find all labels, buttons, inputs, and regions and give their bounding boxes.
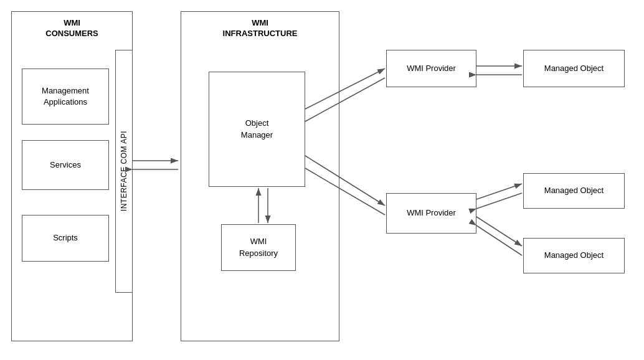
managed-object-1-box: Managed Object	[523, 50, 625, 87]
wmi-repository-box: WMI Repository	[221, 224, 296, 271]
managed-object-2-label: Managed Object	[544, 185, 604, 196]
object-manager-label: Object Manager	[241, 118, 273, 140]
wmi-provider-2-label: WMI Provider	[407, 207, 456, 219]
management-applications-box: Management Applications	[22, 69, 109, 125]
services-box: Services	[22, 140, 109, 190]
managed-object-3-label: Managed Object	[544, 250, 604, 261]
wmi-repository-label: WMI Repository	[239, 236, 278, 258]
svg-line-10	[476, 184, 522, 199]
managed-object-2-box: Managed Object	[523, 173, 625, 209]
wmi-infrastructure-label: WMI INFRASTRUCTURE	[223, 18, 298, 39]
scripts-box: Scripts	[22, 215, 109, 262]
object-manager-box: Object Manager	[209, 72, 305, 187]
interface-com-api-label: INTERFACE COM API	[115, 50, 133, 293]
scripts-label: Scripts	[53, 232, 78, 244]
wmi-provider-1-label: WMI Provider	[407, 63, 456, 74]
svg-line-12	[476, 217, 522, 246]
managed-object-1-label: Managed Object	[544, 63, 604, 74]
diagram: WMI CONSUMERS Management Applications Se…	[0, 0, 644, 360]
services-label: Services	[50, 159, 81, 171]
svg-line-11	[476, 193, 522, 209]
wmi-consumers-label: WMI CONSUMERS	[45, 18, 98, 39]
wmi-provider-1-box: WMI Provider	[386, 50, 476, 87]
managed-object-3-box: Managed Object	[523, 238, 625, 273]
svg-line-13	[476, 225, 522, 255]
management-applications-label: Management Applications	[42, 85, 89, 108]
wmi-provider-2-box: WMI Provider	[386, 193, 476, 234]
